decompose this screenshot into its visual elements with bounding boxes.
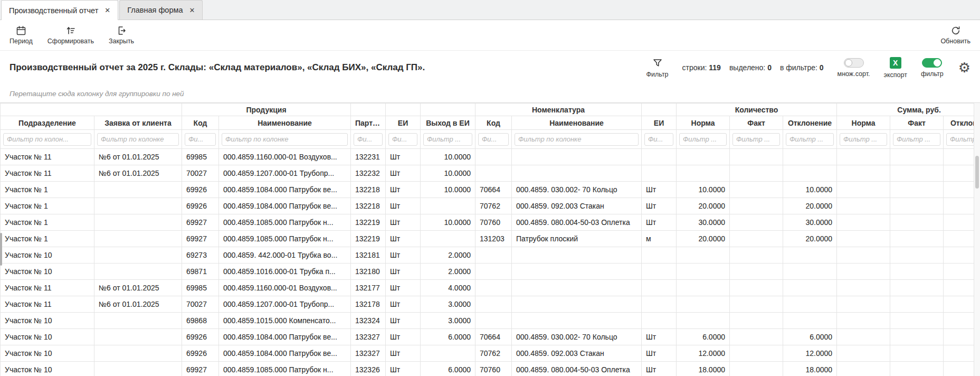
cell: 3.0000 (421, 313, 475, 329)
excel-x-glyph: X (893, 59, 898, 67)
table-row[interactable]: Участок № 1069927000.4859.1085.000 Патру… (1, 362, 980, 376)
refresh-button[interactable]: Обновить (940, 25, 971, 45)
cell: 69926 (182, 182, 219, 198)
column-header-2[interactable]: Код (182, 116, 219, 130)
cell: 000.4859.1085.000 Патрубок н... (219, 214, 351, 231)
column-filter-input-12[interactable] (786, 133, 834, 146)
column-filter-input-11[interactable] (732, 133, 780, 146)
close-icon[interactable]: ✕ (104, 7, 110, 14)
close-report-button[interactable]: Закрыть (109, 25, 134, 45)
report-header: Производственный отчет за 2025 г. Склады… (0, 51, 980, 84)
column-filter-input-6[interactable] (423, 133, 472, 146)
cell: Шт (386, 149, 421, 165)
cell: 70664 (475, 182, 512, 198)
table-row[interactable]: Участок № 1069273000.4859. 442.000-01 Тр… (1, 247, 980, 264)
column-filter-input-3[interactable] (222, 133, 348, 146)
cell: 10.0000 (677, 182, 730, 198)
scrollbar-thumb[interactable] (975, 156, 979, 189)
generate-button[interactable]: Сформировать (47, 25, 94, 45)
column-header-10[interactable]: Норма (677, 116, 730, 130)
period-button[interactable]: Период (9, 25, 33, 45)
cell: 69927 (182, 362, 219, 376)
cell: №6 от 01.01.2025 (94, 280, 182, 296)
multisort-toggle[interactable] (844, 58, 864, 68)
column-header-3[interactable]: Наименование (219, 116, 351, 130)
column-filter-input-0[interactable] (3, 133, 91, 146)
column-header-4[interactable]: Партия (351, 116, 386, 130)
column-filter-input-7[interactable] (478, 133, 509, 146)
close-label: Закрыть (109, 37, 134, 45)
filter-toggle[interactable] (922, 58, 942, 68)
cell (730, 165, 783, 182)
column-filter-input-2[interactable] (185, 133, 216, 146)
table-row[interactable]: Участок № 11№6 от 01.01.202570027000.485… (1, 296, 980, 313)
cell (475, 280, 512, 296)
column-filter-input-4[interactable] (354, 133, 383, 146)
cell: 000.4859.1016.000-01 Трубка п... (219, 264, 351, 280)
column-filter-input-5[interactable] (388, 133, 417, 146)
column-header-7[interactable]: Код (475, 116, 512, 130)
close-icon[interactable]: ✕ (189, 7, 195, 14)
cell: Участок № 10 (1, 345, 94, 362)
table-row[interactable]: Участок № 169927000.4859.1085.000 Патруб… (1, 231, 980, 247)
left-scroll-marker[interactable] (0, 233, 2, 266)
tab-production-report[interactable]: Производственный отчет ✕ (1, 0, 118, 20)
cell (421, 345, 475, 362)
column-filter-input-1[interactable] (97, 133, 179, 146)
cell: Участок № 11 (1, 296, 94, 313)
cell: 70664 (475, 329, 512, 345)
settings-gear-icon[interactable]: ⚙ (958, 61, 971, 74)
table-row[interactable]: Участок № 11№6 от 01.01.202569985000.485… (1, 280, 980, 296)
column-group-spacer (642, 104, 677, 116)
column-group-spacer (1, 104, 182, 116)
column-filter-input-13[interactable] (840, 133, 887, 146)
column-header-9[interactable]: ЕИ (642, 116, 677, 130)
table-row[interactable]: Участок № 169926000.4859.1084.000 Патруб… (1, 198, 980, 214)
cell (512, 247, 642, 264)
table-row[interactable]: Участок № 169926000.4859.1084.000 Патруб… (1, 182, 980, 198)
calendar-icon (16, 25, 26, 36)
cell (642, 280, 677, 296)
vertical-scrollbar[interactable] (974, 103, 980, 376)
group-by-dropzone[interactable]: Перетащите сюда колонку для группировки … (0, 84, 980, 102)
column-header-13[interactable]: Норма (837, 116, 890, 130)
cell: 000.4859. 030.002- 70 Кольцо (512, 329, 642, 345)
table-row[interactable]: Участок № 1069926000.4859.1084.000 Патру… (1, 329, 980, 345)
cell (730, 198, 783, 214)
column-header-1[interactable]: Заявка от клиента (94, 116, 182, 130)
cell (837, 247, 890, 264)
table-row[interactable]: Участок № 11№6 от 01.01.202570027000.485… (1, 165, 980, 182)
table-row[interactable]: Участок № 1069868000.4859.1015.000 Компе… (1, 313, 980, 329)
excel-export-icon[interactable]: X (890, 57, 901, 69)
cell (642, 149, 677, 165)
filter-button[interactable]: Фильтр (646, 58, 669, 78)
column-filter-input-10[interactable] (679, 133, 727, 146)
column-header-8[interactable]: Наименование (512, 116, 642, 130)
column-filter-input-8[interactable] (515, 133, 639, 146)
table-row[interactable]: Участок № 1069871000.4859.1016.000-01 Тр… (1, 264, 980, 280)
column-header-12[interactable]: Отклонение (783, 116, 837, 130)
filter-cell (386, 130, 421, 149)
cell: 132232 (351, 165, 386, 182)
tab-main-form[interactable]: Главная форма ✕ (119, 0, 203, 20)
column-header-11[interactable]: Факт (730, 116, 783, 130)
cell (837, 182, 890, 198)
column-filter-input-9[interactable] (644, 133, 673, 146)
column-header-6[interactable]: Выход в ЕИ (421, 116, 475, 130)
table-row[interactable]: Участок № 11№6 от 01.01.202569985000.485… (1, 149, 980, 165)
cell (677, 313, 730, 329)
table-row[interactable]: Участок № 1069926000.4859.1084.000 Патру… (1, 345, 980, 362)
cell: Участок № 1 (1, 198, 94, 214)
column-header-5[interactable]: ЕИ (386, 116, 421, 130)
cell: Шт (386, 214, 421, 231)
table-row[interactable]: Участок № 169927000.4859.1085.000 Патруб… (1, 214, 980, 231)
cell (475, 247, 512, 264)
tab-bar: Производственный отчет ✕ Главная форма ✕ (0, 0, 980, 20)
column-filter-input-14[interactable] (893, 133, 940, 146)
column-header-14[interactable]: Факт (890, 116, 944, 130)
cell: 18.0000 (783, 362, 837, 376)
cell (512, 264, 642, 280)
cell: 69985 (182, 280, 219, 296)
filter-cell (677, 130, 730, 149)
column-header-0[interactable]: Подразделение (1, 116, 94, 130)
